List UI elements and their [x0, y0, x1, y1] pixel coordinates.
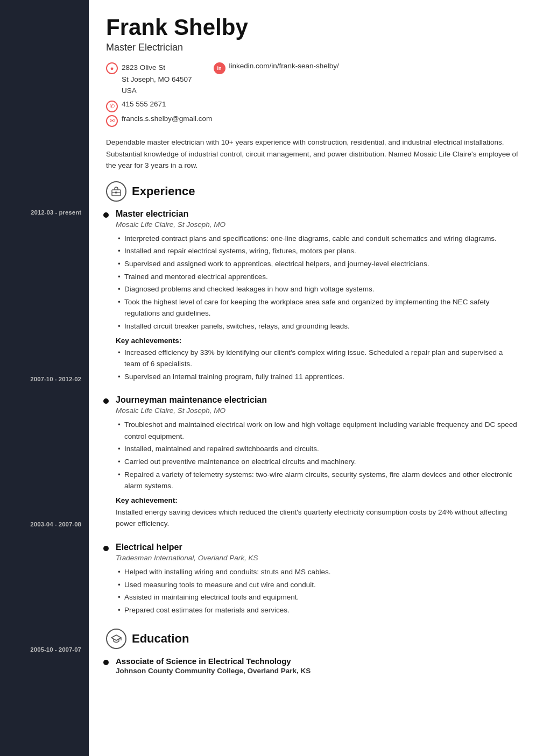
education-title: Education — [132, 632, 189, 646]
job-2-bullets: Troubleshot and maintained electrical wo… — [116, 419, 519, 492]
location-icon: ● — [106, 62, 118, 74]
list-item: Prepared cost estimates for materials an… — [116, 604, 519, 616]
list-item: Carried out preventive maintenance on el… — [116, 456, 519, 468]
svg-rect-2 — [115, 191, 117, 193]
email-contact: ✉ francis.s.shelby@gmail.com — [106, 115, 212, 127]
job-3-company: Tradesman International, Overland Park, … — [116, 554, 519, 562]
education-icon — [106, 629, 126, 649]
list-item: Troubleshot and maintained electrical wo… — [116, 419, 519, 442]
list-item: Helped with installing wiring and condui… — [116, 566, 519, 578]
contact-row-2: ✆ 415 555 2671 — [106, 100, 519, 112]
job-2-title: Journeyman maintenance electrician — [116, 395, 519, 405]
list-item: Repaired a variety of telemetry systems:… — [116, 469, 519, 492]
email-icon: ✉ — [106, 115, 118, 127]
list-item: Used measuring tools to measure and cut … — [116, 579, 519, 591]
job-3-title: Electrical helper — [116, 543, 519, 552]
header-section: Frank Shelby Master Electrician — [106, 15, 519, 53]
date-entry-2: 2007-10 - 2012-02 — [0, 375, 89, 383]
contact-section: ● 2823 Olive St St Joseph, MO 64507 USA … — [106, 62, 519, 127]
job-1-achievements-label: Key achievements: — [116, 337, 519, 345]
job-3: Electrical helper Tradesman Internationa… — [106, 543, 519, 616]
email-text: francis.s.shelby@gmail.com — [122, 115, 212, 123]
list-item: Increased efficiency by 33% by identifyi… — [116, 347, 519, 370]
sidebar: 2012-03 - present 2007-10 - 2012-02 2003… — [0, 0, 89, 756]
edu-1-degree: Associate of Science in Electrical Techn… — [116, 657, 519, 666]
contact-row-3: ✉ francis.s.shelby@gmail.com — [106, 115, 519, 127]
edu-1-school: Johnson County Community College, Overla… — [116, 667, 519, 675]
job-1-company: Mosaic Life Claire, St Joseph, MO — [116, 220, 519, 229]
address-contact: ● 2823 Olive St St Joseph, MO 64507 USA — [106, 62, 192, 97]
list-item: Installed circuit breaker panels, switch… — [116, 320, 519, 332]
linkedin-icon: in — [214, 62, 225, 74]
address-text: 2823 Olive St St Joseph, MO 64507 USA — [122, 62, 192, 97]
job-2-achievements-label: Key achievement: — [116, 496, 519, 504]
candidate-title: Master Electrician — [106, 42, 519, 53]
candidate-name: Frank Shelby — [106, 15, 519, 40]
phone-contact: ✆ 415 555 2671 — [106, 100, 166, 112]
list-item: Diagnosed problems and checked leakages … — [116, 283, 519, 295]
job-1-achievements: Increased efficiency by 33% by identifyi… — [116, 347, 519, 383]
main-content: Frank Shelby Master Electrician ● 2823 O… — [89, 0, 536, 756]
list-item: Supervised and assigned work to apprenti… — [116, 258, 519, 270]
list-item: Interpreted contract plans and specifica… — [116, 233, 519, 245]
job-2-company: Mosaic Life Claire, St Joseph, MO — [116, 406, 519, 415]
job-1-bullets: Interpreted contract plans and specifica… — [116, 233, 519, 332]
linkedin-contact: in linkedin.com/in/frank-sean-shelby/ — [214, 62, 339, 74]
education-section-header: Education — [106, 629, 519, 649]
experience-title: Experience — [132, 184, 195, 198]
job-2: Journeyman maintenance electrician Mosai… — [106, 395, 519, 530]
job-3-bullets: Helped with installing wiring and condui… — [116, 566, 519, 616]
linkedin-text: linkedin.com/in/frank-sean-shelby/ — [229, 62, 339, 70]
list-item: Trained and mentored electrical apprenti… — [116, 271, 519, 283]
list-item: Installed, maintained and repaired switc… — [116, 443, 519, 455]
job-1-title: Master electrician — [116, 209, 519, 219]
summary-text: Dependable master electrician with 10+ y… — [106, 137, 519, 172]
phone-icon: ✆ — [106, 101, 118, 112]
list-item: Installed and repair electrical systems,… — [116, 245, 519, 257]
phone-text: 415 555 2671 — [122, 100, 166, 108]
date-entry-edu-1: 2005-10 - 2007-07 — [0, 646, 89, 654]
experience-section-header: Experience — [106, 181, 519, 202]
list-item: Assisted in maintaining electrical tools… — [116, 591, 519, 603]
date-entry-3: 2003-04 - 2007-08 — [0, 520, 89, 529]
list-item: Took the highest level of care for keepi… — [116, 296, 519, 319]
experience-icon — [106, 181, 126, 202]
job-2-achievement-text: Installed energy saving devices which re… — [116, 507, 519, 530]
resume-wrapper: 2012-03 - present 2007-10 - 2012-02 2003… — [0, 0, 536, 756]
contact-row-1: ● 2823 Olive St St Joseph, MO 64507 USA … — [106, 62, 519, 97]
list-item: Supervised an internal training program,… — [116, 371, 519, 383]
job-1: Master electrician Mosaic Life Claire, S… — [106, 209, 519, 383]
edu-1: Associate of Science in Electrical Techn… — [106, 657, 519, 675]
date-entry-1: 2012-03 - present — [0, 209, 89, 217]
